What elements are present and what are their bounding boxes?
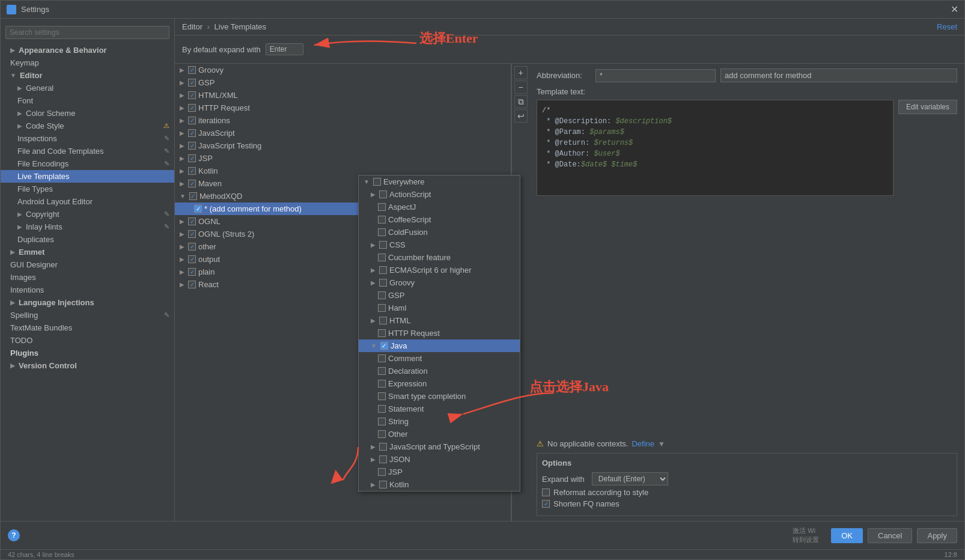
sidebar-item-editor[interactable]: ▼ Editor [1,69,174,82]
template-group-iterations[interactable]: ▶ iterations [175,114,511,127]
dropdown-item-groovy[interactable]: ▶ Groovy [359,276,520,289]
checkbox-output[interactable] [188,255,196,263]
sidebar-item-androidlayout[interactable]: Android Layout Editor [1,195,174,208]
dropdown-item-smarttype[interactable]: Smart type completion [359,390,520,403]
sidebar-item-general[interactable]: ▶ General [1,82,174,94]
template-group-httprequest[interactable]: ▶ HTTP Request [175,102,511,114]
checkbox-kotlin[interactable] [188,167,196,175]
expand-select[interactable]: Enter Tab Space [266,43,303,55]
dropdown-item-ecmascript[interactable]: ▶ ECMAScript 6 or higher [359,264,520,276]
sidebar-item-textmate[interactable]: TextMate Bundles [1,321,174,334]
dropdown-item-jsp[interactable]: JSP [359,466,520,478]
template-group-javascripttesting[interactable]: ▶ JavaScript Testing [175,139,511,152]
checkbox-dd-gsp[interactable] [378,291,386,299]
revert-template-button[interactable]: ↩ [514,109,528,123]
template-group-htmlxml[interactable]: ▶ HTML/XML [175,89,511,102]
checkbox-reformat[interactable] [542,488,550,496]
edit-variables-button[interactable]: Edit variables [898,100,957,114]
define-link[interactable]: Define [632,439,654,448]
help-button[interactable]: ? [8,529,20,541]
checkbox-java[interactable] [380,342,388,350]
checkbox-httprequest[interactable] [188,104,196,112]
checkbox-groovy[interactable] [188,66,196,74]
checkbox-dd-kotlin[interactable] [379,481,387,488]
dropdown-item-other-java[interactable]: Other [359,428,520,440]
checkbox-ognl[interactable] [188,218,196,225]
dropdown-item-gsp[interactable]: GSP [359,289,520,302]
checkbox-iterations[interactable] [188,117,196,124]
reset-button[interactable]: Reset [937,22,957,31]
dropdown-item-coffeescript[interactable]: CoffeeScript [359,213,520,226]
checkbox-gsp[interactable] [188,79,196,87]
checkbox-actionscript[interactable] [379,190,387,198]
checkbox-dd-jsp[interactable] [378,468,386,476]
dropdown-item-declaration[interactable]: Declaration [359,365,520,377]
search-input[interactable] [5,26,169,39]
checkbox-json[interactable] [379,455,387,463]
template-group-gsp[interactable]: ▶ GSP [175,76,511,89]
checkbox-everywhere[interactable] [373,178,381,186]
dropdown-item-cucumber[interactable]: Cucumber feature [359,251,520,264]
sidebar-item-fileencodings[interactable]: File Encodings ✎ [1,157,174,170]
checkbox-other[interactable] [188,243,196,251]
checkbox-coffeescript[interactable] [378,216,386,224]
dropdown-item-html[interactable]: ▶ HTML [359,314,520,327]
checkbox-aspectj[interactable] [378,203,386,211]
checkbox-jsp[interactable] [188,154,196,162]
checkbox-smarttype[interactable] [378,392,386,400]
sidebar-item-plugins[interactable]: Plugins [1,347,174,359]
sidebar-item-livetemplates[interactable]: Live Templates [1,170,174,183]
expand-with-select[interactable]: Default (Enter) Enter Tab Space [592,472,668,485]
checkbox-react[interactable] [188,281,196,288]
sidebar-item-font[interactable]: Font [1,94,174,107]
dropdown-item-statement[interactable]: Statement [359,403,520,415]
template-group-groovy[interactable]: ▶ Groovy [175,64,511,76]
checkbox-jsandts[interactable] [379,443,387,451]
dropdown-item-aspectj[interactable]: AspectJ [359,201,520,213]
checkbox-maven[interactable] [188,180,196,187]
checkbox-item-comment[interactable] [194,205,202,213]
sidebar-item-langinjections[interactable]: ▶ Language Injections [1,296,174,309]
checkbox-htmlxml[interactable] [188,91,196,99]
sidebar-item-filetypes[interactable]: File Types [1,183,174,195]
checkbox-methodxqd[interactable] [189,192,197,200]
checkbox-coldfusion[interactable] [378,228,386,236]
dropdown-item-comment[interactable]: Comment [359,352,520,365]
sidebar-item-todo[interactable]: TODO [1,334,174,347]
sidebar-item-duplicates[interactable]: Duplicates [1,233,174,246]
checkbox-dd-groovy[interactable] [379,279,387,287]
sidebar-item-codestyle[interactable]: ▶ Code Style ⚠ [1,120,174,132]
sidebar-item-copyright[interactable]: ▶ Copyright ✎ [1,208,174,221]
template-text-editor[interactable]: /* * @Description: $description$ * @Para… [537,100,893,196]
dropdown-item-css[interactable]: ▶ CSS [359,239,520,251]
template-group-jsp[interactable]: ▶ JSP [175,152,511,165]
checkbox-statement[interactable] [378,405,386,413]
checkbox-haml[interactable] [378,304,386,312]
checkbox-javascripttesting[interactable] [188,142,196,150]
sidebar-item-inlayhints[interactable]: ▶ Inlay Hints ✎ [1,221,174,233]
dropdown-item-haml[interactable]: Haml [359,302,520,314]
sidebar-item-versioncontrol[interactable]: ▶ Version Control [1,359,174,372]
checkbox-cucumber[interactable] [378,254,386,261]
checkbox-expression[interactable] [378,380,386,388]
apply-button[interactable]: Apply [917,528,957,543]
checkbox-shortenfq[interactable] [542,500,550,508]
checkbox-ecmascript[interactable] [379,266,387,274]
sidebar-item-inspections[interactable]: Inspections ✎ [1,132,174,145]
sidebar-item-guidesigner[interactable]: GUI Designer [1,258,174,271]
dropdown-item-kotlin[interactable]: ▶ Kotlin [359,478,520,491]
remove-template-button[interactable]: − [514,81,528,94]
checkbox-dd-httprequest[interactable] [378,329,386,337]
sidebar-item-colorscheme[interactable]: ▶ Color Scheme [1,107,174,120]
dropdown-item-java[interactable]: ▼ Java [359,339,520,352]
cancel-button[interactable]: Cancel [868,528,912,543]
sidebar-item-emmet[interactable]: ▶ Emmet [1,246,174,258]
dropdown-item-string[interactable]: String [359,415,520,428]
checkbox-comment[interactable] [378,355,386,362]
dropdown-item-expression[interactable]: Expression [359,377,520,390]
sidebar-item-filecodetemplates[interactable]: File and Code Templates ✎ [1,145,174,157]
template-group-javascript[interactable]: ▶ JavaScript [175,127,511,139]
checkbox-javascript[interactable] [188,129,196,137]
dropdown-item-actionscript[interactable]: ▶ ActionScript [359,188,520,201]
dropdown-item-coldfusion[interactable]: ColdFusion [359,226,520,239]
